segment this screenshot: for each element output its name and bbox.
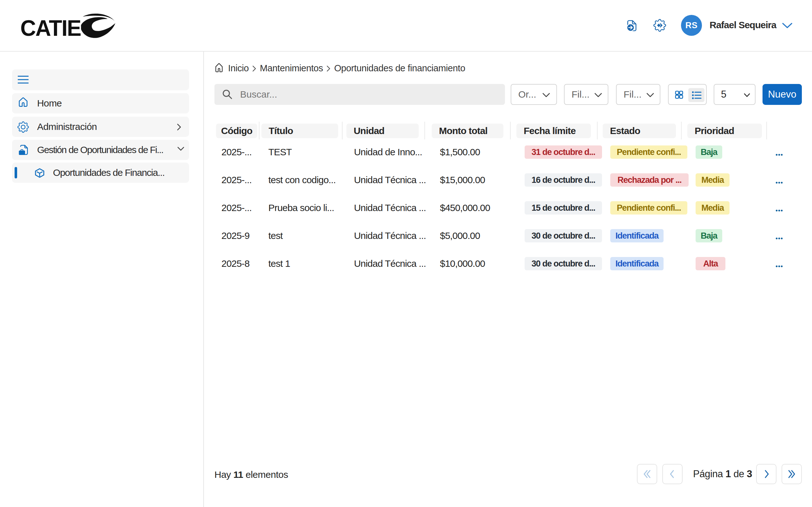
svg-text:CATIE: CATIE [20, 15, 81, 39]
